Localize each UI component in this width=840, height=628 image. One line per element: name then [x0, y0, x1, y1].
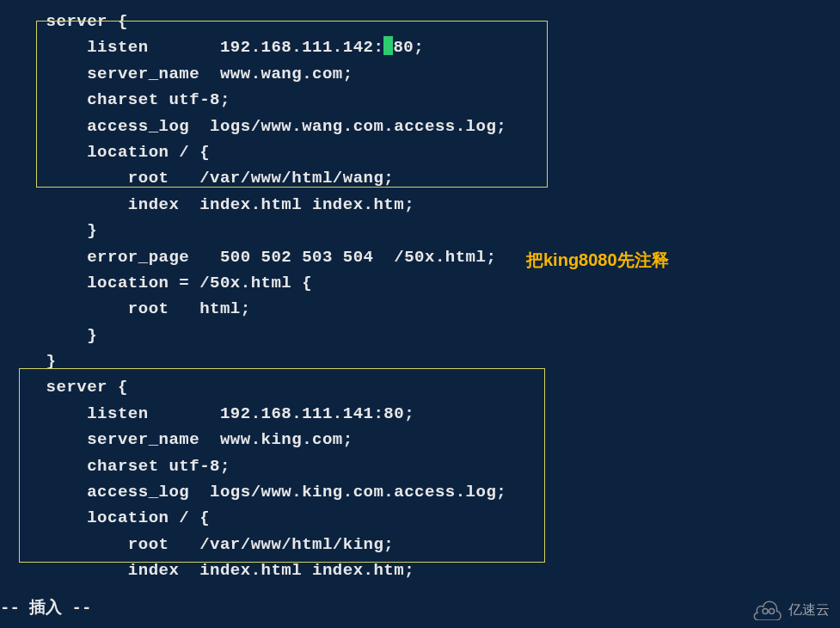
code-editor[interactable]: server { listen 192.168.111.142:80; serv…: [0, 0, 840, 584]
code-line: root html;: [0, 296, 840, 322]
code-line: server {: [0, 9, 840, 34]
watermark-text: 亿速云: [788, 599, 830, 621]
code-line: charset utf-8;: [0, 87, 840, 113]
code-line: }: [0, 348, 840, 374]
code-text-after-cursor: 80;: [393, 38, 424, 57]
code-line: listen 192.168.111.141:80;: [0, 401, 840, 427]
code-line: index index.html index.htm;: [0, 557, 840, 583]
cursor-icon: [383, 36, 393, 55]
vim-status-line: -- 插入 --: [0, 595, 91, 621]
cloud-icon: [752, 600, 783, 620]
code-line: access_log logs/www.king.com.access.log;: [0, 479, 840, 505]
svg-point-0: [763, 609, 768, 614]
annotation-comment: 把king8080先注释: [526, 246, 669, 274]
code-line: listen 192.168.111.142:80;: [0, 34, 840, 60]
code-line: }: [0, 323, 840, 348]
code-line: location = /50x.html {: [0, 270, 840, 296]
code-line: root /var/www/html/king;: [0, 532, 840, 557]
code-text-before-cursor: listen 192.168.111.142:: [5, 38, 383, 57]
code-line: location / {: [0, 505, 840, 531]
code-line: }: [0, 218, 840, 243]
code-line: charset utf-8;: [0, 453, 840, 479]
code-line: index index.html index.htm;: [0, 192, 840, 218]
watermark: 亿速云: [752, 599, 830, 621]
code-line: server {: [0, 374, 840, 400]
svg-point-1: [769, 609, 775, 614]
code-line: server_name www.king.com;: [0, 427, 840, 453]
code-line: root /var/www/html/wang;: [0, 165, 840, 191]
code-line: server_name www.wang.com;: [0, 61, 840, 87]
code-line: location / {: [0, 139, 840, 165]
code-line: error_page 500 502 503 504 /50x.html;: [0, 244, 840, 270]
code-line: access_log logs/www.wang.com.access.log;: [0, 114, 840, 139]
